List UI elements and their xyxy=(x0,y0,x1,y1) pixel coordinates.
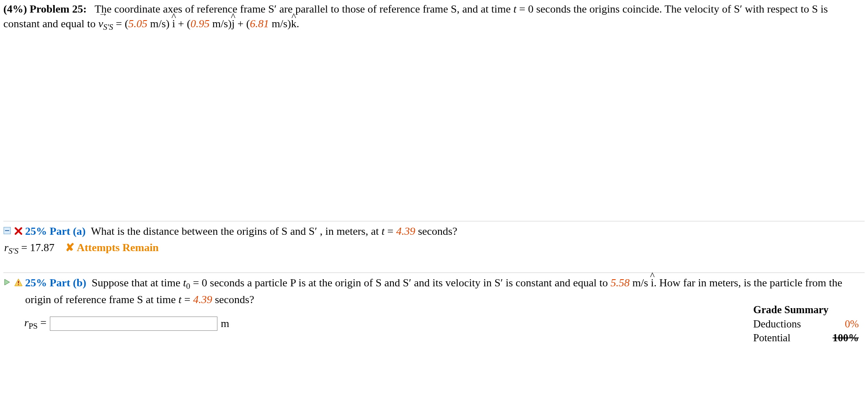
status-sub: S′S xyxy=(8,247,18,255)
svg-marker-2 xyxy=(5,279,10,285)
part-b-tafter: seconds? xyxy=(212,293,254,306)
v-vector: v xyxy=(98,16,103,31)
part-b-t0-sub: 0 xyxy=(186,282,190,291)
part-a-label: Part (a) xyxy=(50,225,86,237)
answer-unit: m xyxy=(221,316,229,331)
vy: 0.95 xyxy=(191,18,210,30)
part-a-q1: What is the distance between the origins… xyxy=(91,225,382,237)
part-a-tafter: seconds? xyxy=(415,225,457,237)
potential-label: Potential xyxy=(752,331,821,345)
problem-percent: (4%) xyxy=(3,3,27,15)
grade-summary: Grade Summary Deductions 0% Potential 10… xyxy=(752,303,860,345)
status-var: r xyxy=(4,241,8,254)
part-a-pct: 25% xyxy=(25,225,47,237)
part-b-q1: Suppose that at time xyxy=(92,277,183,289)
expand-icon[interactable] xyxy=(3,278,12,287)
attempts-remain: ✘ Attempts Remain xyxy=(65,241,159,254)
part-b-t0-eq: = 0 seconds a particle P is at the origi… xyxy=(190,277,611,289)
vz-unit: m/s) xyxy=(269,18,291,30)
part-b-tval: 4.39 xyxy=(193,293,212,306)
svg-rect-1 xyxy=(5,230,9,231)
part-b-vel-after: m/s xyxy=(630,277,651,289)
part-a: 25% Part (a) What is the distance betwee… xyxy=(3,221,865,263)
answer-eq: = xyxy=(38,317,46,329)
collapse-icon[interactable] xyxy=(3,227,12,235)
i-hat-b: i xyxy=(651,275,654,290)
k-hat: k xyxy=(291,16,297,31)
v-sub: S′S xyxy=(103,23,113,31)
j-hat: j xyxy=(232,16,235,31)
problem-text-1: The coordinate axes of reference frame S… xyxy=(95,3,514,15)
grade-title: Grade Summary xyxy=(752,303,860,317)
vx: 5.05 xyxy=(128,18,147,30)
answer-input[interactable] xyxy=(50,317,217,331)
answer-row: rPS = m xyxy=(24,315,752,332)
vx-unit: m/s) xyxy=(147,18,172,30)
problem-statement: (4%) Problem 25: The coordinate axes of … xyxy=(3,2,865,33)
part-a-teq: = xyxy=(385,225,396,237)
part-a-tval: 4.39 xyxy=(396,225,416,237)
answer-var: r xyxy=(24,317,28,329)
problem-number: Problem 25: xyxy=(30,3,87,15)
answer-sub: PS xyxy=(28,322,38,330)
eq-sign: = ( xyxy=(113,18,128,30)
part-a-t: t xyxy=(382,225,385,237)
vz: 6.81 xyxy=(250,18,269,30)
incorrect-icon xyxy=(14,227,23,235)
part-b-pct: 25% xyxy=(25,277,47,289)
potential-val: 100% xyxy=(821,331,860,345)
vy-unit: m/s) xyxy=(209,18,232,30)
i-hat: i xyxy=(172,16,175,31)
warning-icon xyxy=(14,278,23,287)
t-var: t xyxy=(514,3,517,15)
plus2: + ( xyxy=(235,18,250,30)
part-b-vel: 5.58 xyxy=(610,277,630,289)
part-b: 25% Part (b) Suppose that at time t0 = 0… xyxy=(3,273,865,332)
deductions-label: Deductions xyxy=(752,317,821,331)
period: . xyxy=(297,18,300,30)
part-a-status: rS′S = 17.87 ✘ Attempts Remain xyxy=(4,240,865,257)
svg-rect-4 xyxy=(18,281,19,283)
plus1: + ( xyxy=(175,18,190,30)
spacer xyxy=(3,36,865,221)
svg-rect-5 xyxy=(18,284,19,285)
part-b-teq: = xyxy=(181,293,193,306)
deductions-val: 0% xyxy=(821,317,860,331)
status-eq: = 17.87 xyxy=(18,241,54,254)
part-b-label: Part (b) xyxy=(50,277,86,289)
